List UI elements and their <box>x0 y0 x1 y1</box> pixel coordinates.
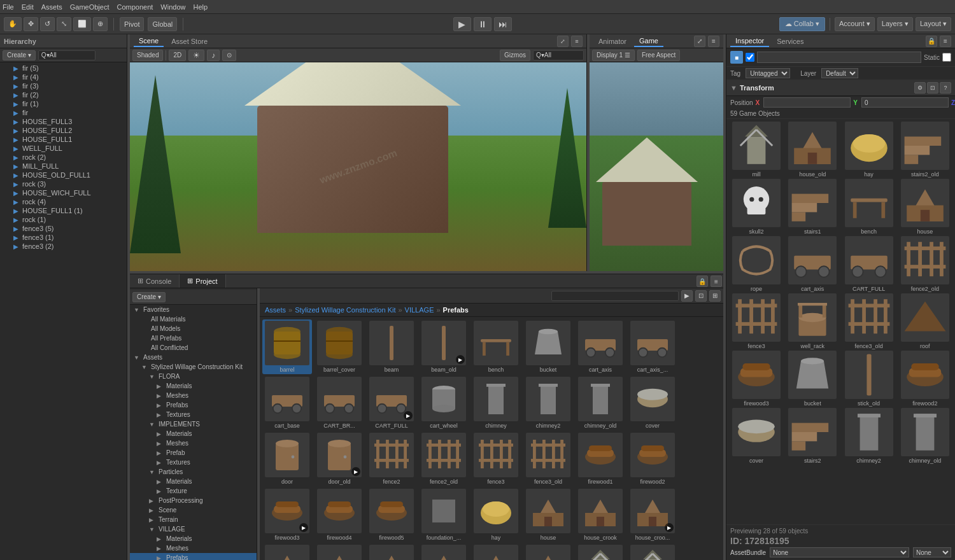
scale-tool-btn[interactable]: ⤡ <box>57 17 71 31</box>
menu-component[interactable]: Component <box>117 3 153 11</box>
hierarchy-item[interactable]: ▶rock (1) <box>0 215 127 224</box>
asset-item[interactable]: HOUSE_F... <box>315 543 364 560</box>
asset-item[interactable]: CART_BR... <box>315 375 364 430</box>
hierarchy-item[interactable]: ▶HOUSE_OLD_FULL1 <box>0 171 127 179</box>
preview-item[interactable]: mill <box>729 122 784 178</box>
game-close-btn[interactable]: ≡ <box>708 36 719 47</box>
hierarchy-create-btn[interactable]: Create ▾ <box>3 50 36 60</box>
menu-gameobject[interactable]: GameObject <box>70 3 110 11</box>
preview-item[interactable]: roof <box>898 293 952 349</box>
display-btn[interactable]: Display 1 ☰ <box>592 50 635 61</box>
asset-play-overlay[interactable]: ▶ <box>665 523 674 532</box>
asset-item[interactable]: chimney <box>471 375 521 430</box>
tab-services[interactable]: Services <box>772 36 809 46</box>
transform-icon-btn1[interactable]: ⚙ <box>914 82 926 94</box>
hand-tool-btn[interactable]: ✋ <box>4 17 22 31</box>
preview-item[interactable]: stairs2 <box>785 408 840 464</box>
pivot-btn[interactable]: Pivot <box>120 17 144 31</box>
assets-search[interactable] <box>551 291 679 301</box>
preview-item[interactable]: chimney_old <box>898 408 952 464</box>
asset-item[interactable]: ▶ CART_FULL <box>367 375 416 430</box>
preview-item[interactable]: hay <box>842 122 896 178</box>
tree-item[interactable]: ▶Texture <box>130 486 257 496</box>
hierarchy-item[interactable]: ▶fir <box>0 108 127 117</box>
insp-menu-btn[interactable]: ≡ <box>940 36 951 47</box>
asset-bundle-select[interactable]: None <box>770 547 909 557</box>
tab-project[interactable]: ⊞ Project <box>180 274 225 288</box>
tree-item[interactable]: ▶Meshes <box>130 391 257 400</box>
asset-item[interactable]: chimney_old <box>576 375 625 430</box>
asset-item[interactable]: HOUSE_F... <box>262 543 312 560</box>
rect-tool-btn[interactable]: ⬜ <box>73 17 91 31</box>
asset-item[interactable]: firewood4 <box>315 487 364 542</box>
asset-bundle-variant-select[interactable]: None <box>913 547 951 557</box>
tab-game[interactable]: Game <box>634 36 663 47</box>
preview-item[interactable]: stairs1 <box>785 179 840 235</box>
tree-item[interactable]: ▼Stylized Willage Construction Kit <box>130 362 257 372</box>
asset-item[interactable]: firewood5 <box>367 487 416 542</box>
asset-item[interactable]: cart_axis <box>576 319 625 374</box>
tree-item[interactable]: ▶Terrain <box>130 515 257 524</box>
hierarchy-item[interactable]: ▶fir (1) <box>0 99 127 108</box>
project-create-btn[interactable]: Create ▾ <box>132 292 166 302</box>
preview-item[interactable]: well_rack <box>785 293 840 349</box>
tree-item[interactable]: ▶Textures <box>130 458 257 467</box>
panel-menu-btn[interactable]: ≡ <box>711 276 722 287</box>
asset-item[interactable]: HOUSE_O... <box>471 543 521 560</box>
tree-item[interactable]: All Prefabs <box>130 333 257 343</box>
asset-item[interactable]: beam <box>367 319 416 374</box>
asset-item[interactable]: house <box>523 487 573 542</box>
asset-item[interactable]: ▶ door_old <box>315 431 364 486</box>
asset-item[interactable]: house_old <box>419 543 469 560</box>
asset-item[interactable]: bench <box>471 319 521 374</box>
layout-btn[interactable]: Layout ▾ <box>916 17 951 31</box>
layers-btn[interactable]: Layers ▾ <box>877 17 913 31</box>
menu-edit[interactable]: Edit <box>22 3 34 11</box>
hierarchy-item[interactable]: ▶fence3 (2) <box>0 242 127 251</box>
asset-item[interactable]: door <box>262 431 312 486</box>
tree-item[interactable]: ▼Assets <box>130 353 257 362</box>
asset-item[interactable]: firewood1 <box>576 431 625 486</box>
asset-item[interactable]: ▶ mill <box>576 543 625 560</box>
global-btn[interactable]: Global <box>148 17 177 31</box>
tree-item[interactable]: ▼IMPLEMENTS <box>130 419 257 429</box>
scene-view-content[interactable]: www.znzmo.com <box>130 62 586 271</box>
pos-x-field[interactable] <box>763 97 851 108</box>
hierarchy-item[interactable]: ▶HOUSE_FULL2 <box>0 126 127 135</box>
hierarchy-item[interactable]: ▶fence3 (5) <box>0 224 127 233</box>
tab-scene[interactable]: Scene <box>134 36 164 47</box>
hierarchy-item[interactable]: ▶rock (4) <box>0 197 127 206</box>
tree-item[interactable]: ▶Materials <box>130 477 257 486</box>
tab-inspector[interactable]: Inspector <box>730 36 769 47</box>
asset-item[interactable]: barrel <box>262 319 312 374</box>
asset-item[interactable]: cart_axis_... <box>628 319 677 374</box>
asset-item[interactable]: house_crook <box>576 487 625 542</box>
hierarchy-item[interactable]: ▶rock (3) <box>0 179 127 188</box>
preview-item[interactable]: bucket <box>785 351 840 407</box>
sort-btn[interactable]: ⊡ <box>695 290 707 302</box>
transform-tool-btn[interactable]: ⊕ <box>93 17 108 31</box>
preview-item[interactable]: stick_old <box>842 351 896 407</box>
layer-select[interactable]: Default <box>821 68 858 78</box>
preview-item[interactable]: chimney2 <box>842 408 896 464</box>
asset-item[interactable]: barrel_cover <box>315 319 364 374</box>
menu-assets[interactable]: Assets <box>41 3 62 11</box>
preview-item[interactable]: house_old <box>785 122 840 178</box>
tree-item[interactable]: All Materials <box>130 314 257 324</box>
tree-item[interactable]: All Conflicted <box>130 343 257 353</box>
tree-item[interactable]: ▶Scene <box>130 505 257 515</box>
hierarchy-item[interactable]: ▶HOUSE_FULL1 <box>0 135 127 144</box>
hierarchy-item[interactable]: ▶WELL_FULL <box>0 144 127 153</box>
hierarchy-item[interactable]: ▶HOUSE_FULL1 (1) <box>0 206 127 215</box>
tree-item[interactable]: ▼VILLAGE <box>130 524 257 534</box>
asset-item[interactable]: ▶ beam_old <box>419 319 469 374</box>
gizmos-btn[interactable]: Gizmos <box>500 50 530 61</box>
asset-item[interactable]: cart_wheel <box>419 375 469 430</box>
asset-item[interactable]: fence2 <box>367 431 416 486</box>
asset-item[interactable]: fence3_old <box>523 431 573 486</box>
preview-item[interactable]: fence3 <box>729 293 784 349</box>
preview-item[interactable]: house <box>898 179 952 235</box>
filter-btn[interactable]: ▶ <box>681 290 693 302</box>
preview-item[interactable]: skull2 <box>729 179 784 235</box>
preview-item[interactable]: fence3_old <box>842 293 896 349</box>
